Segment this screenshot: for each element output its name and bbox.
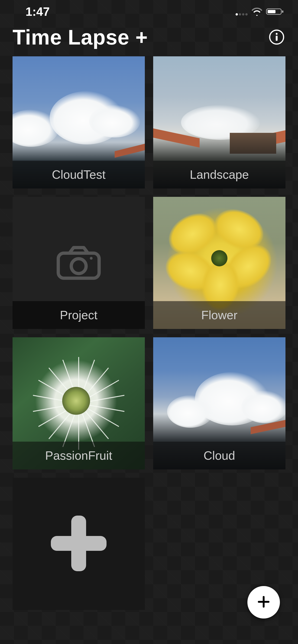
camera-icon <box>56 244 102 282</box>
page-title: Time Lapse + <box>13 26 148 50</box>
project-tile-flower[interactable]: Flower <box>153 197 285 329</box>
svg-point-0 <box>235 13 238 16</box>
tile-label: CloudTest <box>13 161 145 188</box>
tile-label: Project <box>13 301 145 329</box>
svg-point-11 <box>71 259 86 274</box>
add-project-tile[interactable] <box>13 478 145 610</box>
tile-label-text: Cloud <box>203 448 235 462</box>
svg-point-12 <box>90 257 93 260</box>
project-tile-cloud[interactable]: Cloud <box>153 337 285 470</box>
status-bar: 1:47 <box>0 0 298 23</box>
add-fab[interactable] <box>247 586 280 618</box>
project-tile-landscape[interactable]: Landscape <box>153 56 285 188</box>
tile-label-text: Landscape <box>190 168 249 182</box>
tile-label-text: PassionFruit <box>45 448 112 462</box>
plus-icon <box>256 594 271 610</box>
tile-label-text: CloudTest <box>52 168 105 182</box>
project-tile-cloudtest[interactable]: CloudTest <box>13 56 145 188</box>
tile-label: Landscape <box>153 161 285 188</box>
plus-icon <box>44 508 114 579</box>
svg-rect-5 <box>267 10 275 13</box>
wifi-icon <box>251 5 263 18</box>
header: Time Lapse + <box>0 23 298 56</box>
tile-label: Flower <box>153 301 285 329</box>
svg-rect-16 <box>258 601 269 603</box>
svg-rect-6 <box>282 10 283 13</box>
svg-point-3 <box>245 13 248 16</box>
svg-point-1 <box>239 13 241 16</box>
battery-icon <box>266 5 284 18</box>
svg-point-8 <box>276 33 277 35</box>
tile-label-text: Project <box>60 308 98 322</box>
svg-rect-14 <box>51 536 107 551</box>
signal-icon <box>235 5 248 18</box>
project-tile-passionfruit[interactable]: PassionFruit <box>13 337 145 470</box>
project-tile-project[interactable]: Project <box>13 197 145 329</box>
status-icons <box>235 5 284 18</box>
svg-rect-9 <box>276 36 277 41</box>
info-button[interactable] <box>268 29 285 46</box>
tile-label: PassionFruit <box>13 442 145 470</box>
status-time: 1:47 <box>26 5 50 18</box>
info-icon <box>268 29 285 46</box>
svg-point-2 <box>242 13 244 16</box>
tile-label-text: Flower <box>201 308 237 322</box>
projects-grid: CloudTest Landscape Project <box>0 56 298 610</box>
tile-label: Cloud <box>153 442 285 470</box>
